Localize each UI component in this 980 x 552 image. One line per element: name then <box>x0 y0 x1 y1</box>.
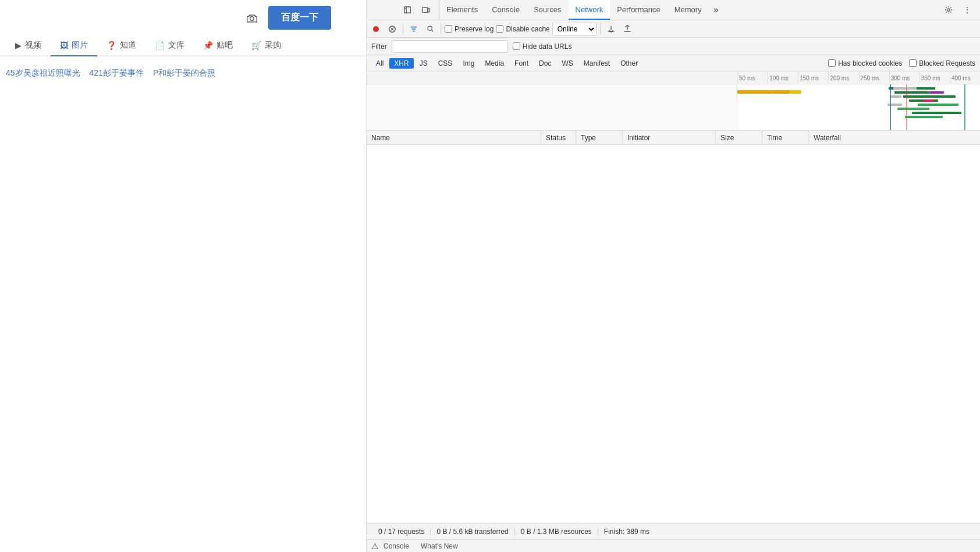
wf-bar-purple1 <box>929 91 944 94</box>
hide-data-urls-checkbox[interactable] <box>513 42 520 50</box>
tab-memory[interactable]: Memory <box>667 0 709 20</box>
status-bar: 0 / 17 requests 0 B / 5.6 kB transferred… <box>367 523 980 539</box>
svg-point-0 <box>250 16 254 20</box>
type-pill-manifest[interactable]: Manifest <box>579 58 615 69</box>
inspect-element-icon[interactable] <box>399 2 416 18</box>
tab-network[interactable]: Network <box>569 0 610 20</box>
type-pill-media[interactable]: Media <box>480 58 509 69</box>
camera-icon[interactable] <box>242 8 262 29</box>
finish-marker <box>964 84 965 130</box>
tab-performance[interactable]: Performance <box>610 0 667 20</box>
ruler-marks: 50 ms 100 ms 150 ms 200 ms 250 ms 300 ms… <box>737 72 980 84</box>
console-warning-icon: ⚠ <box>371 542 379 551</box>
col-header-size[interactable]: Size <box>716 131 762 144</box>
wf-bar-connect <box>790 90 801 94</box>
ruler-mark-6: 350 ms <box>919 72 950 83</box>
tab-tupian[interactable]: 🖼 图片 <box>51 35 97 56</box>
toolbar-divider-1 <box>403 24 403 34</box>
type-pill-img[interactable]: Img <box>458 58 479 69</box>
blocked-requests-label[interactable]: Blocked Requests <box>909 59 975 67</box>
record-button[interactable] <box>369 22 383 36</box>
requests-count: 0 / 17 requests <box>372 528 431 536</box>
more-options-icon[interactable]: ⋮ <box>959 2 975 18</box>
waterfall-chart <box>737 84 980 130</box>
ruler-mark-0: 50 ms <box>737 72 768 83</box>
tab-shipin[interactable]: ▶ 视频 <box>6 35 51 55</box>
col-header-time[interactable]: Time <box>762 131 809 144</box>
col-header-status[interactable]: Status <box>541 131 576 144</box>
type-pill-all[interactable]: All <box>371 58 388 69</box>
wf-bar-g8 <box>905 116 943 118</box>
more-tabs-button[interactable]: » <box>709 0 723 20</box>
wf-bar-g2 <box>894 91 929 94</box>
preserve-log-checkbox-label[interactable]: Preserve log <box>445 25 493 33</box>
finish-time: Finish: 389 ms <box>598 528 655 536</box>
type-pill-font[interactable]: Font <box>510 58 533 69</box>
col-header-initiator[interactable]: Initiator <box>623 131 716 144</box>
ruler-mark-4: 250 ms <box>859 72 889 83</box>
tab-wenku[interactable]: 📄 文库 <box>145 35 194 55</box>
search-icon-button[interactable] <box>423 22 437 36</box>
devtools-tab-icons <box>395 0 439 20</box>
console-label[interactable]: Console <box>384 542 409 550</box>
type-pill-js[interactable]: JS <box>415 58 432 69</box>
baidu-search-button[interactable]: 百度一下 <box>268 6 331 30</box>
tab-elements[interactable]: Elements <box>439 0 485 20</box>
filter-input[interactable] <box>392 40 508 53</box>
has-blocked-cookies-label[interactable]: Has blocked cookies <box>828 59 902 67</box>
blocked-requests-checkbox[interactable] <box>909 59 917 67</box>
suggestion-1[interactable]: 45岁吴彦祖近照曝光 <box>6 68 80 79</box>
ruler-mark-2: 150 ms <box>798 72 828 83</box>
network-table-body <box>367 145 980 523</box>
tab-caigou[interactable]: 🛒 采购 <box>242 35 290 55</box>
disable-cache-checkbox[interactable] <box>496 25 503 33</box>
tab-console[interactable]: Console <box>485 0 527 20</box>
filter-bar: Filter Hide data URLs <box>367 38 980 55</box>
hide-data-urls-label[interactable]: Hide data URLs <box>513 42 572 51</box>
settings-icon[interactable] <box>940 2 957 18</box>
resources-size: 0 B / 1.3 MB resources <box>515 528 598 536</box>
tupian-icon: 🖼 <box>60 41 68 50</box>
console-bottom-bar: ⚠ Console What's New <box>367 539 980 552</box>
ruler-mark-5: 300 ms <box>889 72 919 83</box>
load-marker <box>906 84 907 130</box>
export-har-icon[interactable] <box>620 22 634 36</box>
device-toolbar-icon[interactable] <box>418 2 434 18</box>
svg-point-7 <box>428 26 432 30</box>
has-blocked-cookies-checkbox[interactable] <box>828 59 836 67</box>
suggestions-area: 45岁吴彦祖近照曝光 421彭于晏事件 P和彭于晏的合照 <box>0 56 366 90</box>
ruler-mark-7: 400 ms <box>950 72 980 83</box>
suggestion-3[interactable]: P和彭于晏的合照 <box>153 68 215 79</box>
wf-bar-g3 <box>903 95 956 98</box>
filter-icon-button[interactable] <box>407 22 421 36</box>
preserve-log-checkbox[interactable] <box>445 25 452 33</box>
import-har-icon[interactable] <box>604 22 618 36</box>
suggestion-2[interactable]: 421彭于晏事件 <box>90 68 144 79</box>
col-header-type[interactable]: Type <box>576 131 623 144</box>
tab-zhidao[interactable]: ❓ 知道 <box>97 35 145 55</box>
devtools-panel: Elements Console Sources Network Perform… <box>367 0 980 552</box>
toolbar-divider-2 <box>441 24 441 34</box>
type-pill-xhr[interactable]: XHR <box>389 58 413 69</box>
type-pill-doc[interactable]: Doc <box>534 58 556 69</box>
caigou-icon: 🛒 <box>251 41 261 50</box>
col-header-waterfall[interactable]: Waterfall <box>809 131 980 144</box>
type-pill-other[interactable]: Other <box>616 58 642 69</box>
tab-tieba[interactable]: 📌 贴吧 <box>194 35 242 55</box>
waterfall-bars-area <box>367 84 980 131</box>
clear-button[interactable] <box>385 22 399 36</box>
whats-new-label[interactable]: What's New <box>421 542 458 550</box>
tab-sources[interactable]: Sources <box>527 0 569 20</box>
type-pill-ws[interactable]: WS <box>557 58 577 69</box>
wf-bar-gray2 <box>890 95 901 98</box>
devtools-right-icons: ⋮ <box>936 2 980 18</box>
tieba-icon: 📌 <box>203 41 213 50</box>
col-header-name[interactable]: Name <box>367 131 541 144</box>
disable-cache-checkbox-label[interactable]: Disable cache <box>496 25 549 33</box>
table-header: Name Status Type Initiator Size Time Wat… <box>367 131 980 145</box>
throttle-select[interactable]: Online Fast 3G Slow 3G Offline <box>552 23 596 35</box>
wf-bar-dns <box>737 90 772 94</box>
filter-label: Filter <box>371 42 387 51</box>
type-pill-css[interactable]: CSS <box>434 58 457 69</box>
browser-content: 百度一下 ▶ 视频 🖼 图片 ❓ 知道 📄 文库 📌 贴吧 🛒 采购 45岁吴彦 <box>0 0 367 552</box>
